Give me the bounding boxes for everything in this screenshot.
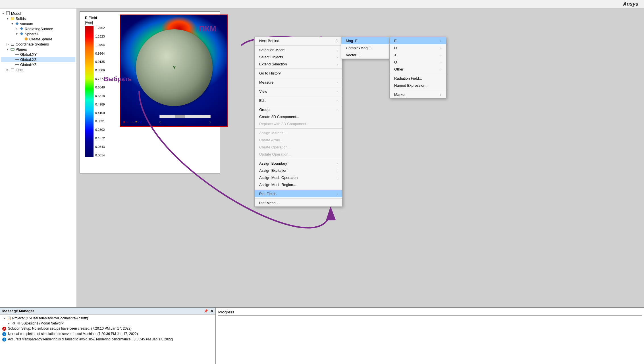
svg-rect-6 [11, 48, 14, 50]
submenu-other[interactable]: Other › [390, 66, 446, 73]
tree-item-lists[interactable]: ▷ Lists [1, 67, 75, 72]
legend-val-14: 0.0843 [95, 145, 105, 148]
horizontal-scrollbar[interactable] [159, 115, 211, 118]
submenu-named-expression[interactable]: Named Expression... [390, 82, 446, 89]
svg-rect-0 [6, 12, 10, 15]
pin-icon[interactable]: 📌 [204, 309, 208, 313]
msg-project-expand[interactable]: ▼ [2, 316, 6, 320]
expand-icon-vacuum[interactable]: ▼ [10, 22, 14, 26]
tree-item-globalxz[interactable]: Global:XZ [1, 57, 75, 62]
viewport-scale-numbers: 0 3 [159, 121, 211, 124]
menu-assign-boundary[interactable]: Assign Boundary › [255, 160, 342, 167]
menu-assign-mesh-region-label: Assign Mesh Region... [259, 183, 296, 187]
legend-val-9: 0.4989 [95, 103, 105, 106]
submenu-marker[interactable]: Marker › [390, 91, 446, 98]
close-msg-icon[interactable]: ✕ [210, 309, 213, 313]
menu-plot-fields[interactable]: Plot Fields › [255, 190, 342, 197]
menu-assign-mesh-op[interactable]: Assign Mesh Operation › [255, 174, 342, 181]
menu-selection-mode[interactable]: Selection Mode › [255, 46, 342, 53]
select-annotation: Выбрать [104, 75, 132, 83]
expand-icon-planes[interactable]: ▼ [6, 47, 10, 51]
menu-view[interactable]: View › [255, 88, 342, 95]
menu-assign-mesh-region[interactable]: Assign Mesh Region... [255, 181, 342, 188]
progress-header: Progress [218, 309, 642, 316]
tree-item-sphere1[interactable]: ▼ Sphere1 [1, 31, 75, 36]
menu-sep-7 [255, 159, 342, 159]
submenu-marker-arrow: › [440, 93, 441, 96]
menu-select-objects-arrow: › [336, 55, 338, 59]
expand-icon-model[interactable]: ▼ [1, 11, 5, 15]
submenu-fieldtype: E › H › J › Q › Other › Radiation Field.… [389, 37, 446, 98]
msg-design-expand[interactable]: ▼ [7, 321, 11, 325]
submenu-e[interactable]: E › [390, 37, 446, 44]
tree-item-planes[interactable]: ▼ Planes [1, 47, 75, 52]
tree-label-model: Model [11, 11, 21, 16]
menu-goto-history[interactable]: Go to History [255, 70, 342, 77]
menu-group[interactable]: Group › [255, 106, 342, 113]
menu-create3d[interactable]: Create 3D Component... [255, 113, 342, 120]
axis-sep: — [130, 120, 134, 124]
tree-item-radiating[interactable]: ▷ RadiatingSurface [1, 26, 75, 31]
legend-val-15: 0.0014 [95, 154, 105, 157]
submenu-complexmag-e[interactable]: ComplexMag_E [341, 44, 390, 51]
msg-design-row[interactable]: ▼ ⚙ HFSSDesign1 (Modal Network) [2, 321, 213, 326]
submenu-q-label: Q [394, 60, 397, 64]
plane-yz-icon [15, 62, 19, 67]
menu-update-op-label: Update Operation... [259, 152, 291, 156]
submenu-h[interactable]: H › [390, 44, 446, 51]
submenu-vector-e[interactable]: Vector_E [341, 51, 390, 59]
expand-icon-coord[interactable]: ▷ [6, 42, 10, 46]
bottom-panel: Message Manager 📌 ✕ ▼ 📋 Project2 (C:/Use… [0, 307, 644, 364]
tree-label-globalxz: Global:XZ [20, 57, 37, 62]
axis-z-label: ↑Z [138, 120, 142, 124]
menu-plot-mesh[interactable]: Plot Mesh... [255, 199, 342, 206]
tree-item-model[interactable]: ▼ Model [1, 11, 75, 16]
msg-info-2: i Accurate transparency rendering is dis… [2, 337, 213, 342]
tree-item-createsphere[interactable]: CreateSphere [1, 36, 75, 42]
menu-select-objects[interactable]: Select Objects › [255, 53, 342, 61]
menu-measure[interactable]: Measure › [255, 79, 342, 86]
menu-assign-boundary-arrow: › [336, 162, 338, 165]
tree-item-coord[interactable]: ▷ Coordinate Systems [1, 42, 75, 47]
menu-goto-history-label: Go to History [259, 71, 281, 75]
submenu-mag-e[interactable]: Mag_E [341, 37, 390, 44]
menu-edit[interactable]: Edit › [255, 97, 342, 104]
submenu-other-arrow: › [440, 68, 441, 71]
message-manager-title: Message Manager [2, 309, 34, 313]
legend-val-1: 1.1623 [95, 35, 105, 38]
menu-plot-fields-arrow: › [336, 192, 338, 196]
tree-item-solids[interactable]: ▼ 📁 Solids [1, 16, 75, 21]
expand-icon-globalxz [10, 57, 14, 61]
expand-icon-radiating[interactable]: ▷ [15, 27, 19, 31]
msg-info-text-2: Accurate transparency rendering is disab… [8, 337, 173, 341]
submenu-radiation-field[interactable]: Radiation Field... [390, 75, 446, 82]
menu-next-behind[interactable]: Next Behind B [255, 37, 342, 44]
tree-item-globalyz[interactable]: Global:YZ [1, 62, 75, 67]
scale-num-1: 3 [209, 121, 211, 124]
tree-item-globalxy[interactable]: Global:XY [1, 52, 75, 57]
menu-replace3d-label: Replace with 3D Component... [259, 122, 309, 126]
scrollbar-thumb[interactable] [175, 115, 185, 118]
menu-assign-boundary-label: Assign Boundary [259, 161, 287, 166]
expand-icon-createsphere [19, 37, 23, 41]
menu-assign-excitation[interactable]: Assign Excitation › [255, 167, 342, 174]
menu-create-array-label: Create Array... [259, 138, 283, 142]
menu-extend-selection[interactable]: Extend Selection › [255, 61, 342, 68]
solid-radiating-icon [19, 26, 24, 31]
menu-edit-label: Edit [259, 98, 265, 103]
msg-project-icon: 📋 [7, 316, 11, 320]
svg-point-2 [25, 38, 28, 40]
msg-error-1: ✕ Solution Setup: No solution setups hav… [2, 326, 213, 331]
submenu-j[interactable]: J › [390, 51, 446, 59]
legend-title: E Field [83, 15, 117, 20]
legend-val-8: 0.5818 [95, 94, 105, 98]
msg-project-row[interactable]: ▼ 📋 Project2 (C:/Users/denisov.dv/Docume… [2, 316, 213, 321]
expand-icon-sphere1[interactable]: ▼ [15, 32, 19, 36]
expand-icon-lists[interactable]: ▷ [6, 68, 10, 72]
axis-y-label: Y [135, 120, 137, 124]
submenu-j-label: J [394, 53, 396, 57]
msg-design-label: HFSSDesign1 (Modal Network) [17, 321, 64, 325]
submenu-q[interactable]: Q › [390, 59, 446, 66]
tree-item-vacuum[interactable]: ▼ vacuum [1, 21, 75, 26]
expand-icon-solids[interactable]: ▼ [6, 16, 10, 20]
